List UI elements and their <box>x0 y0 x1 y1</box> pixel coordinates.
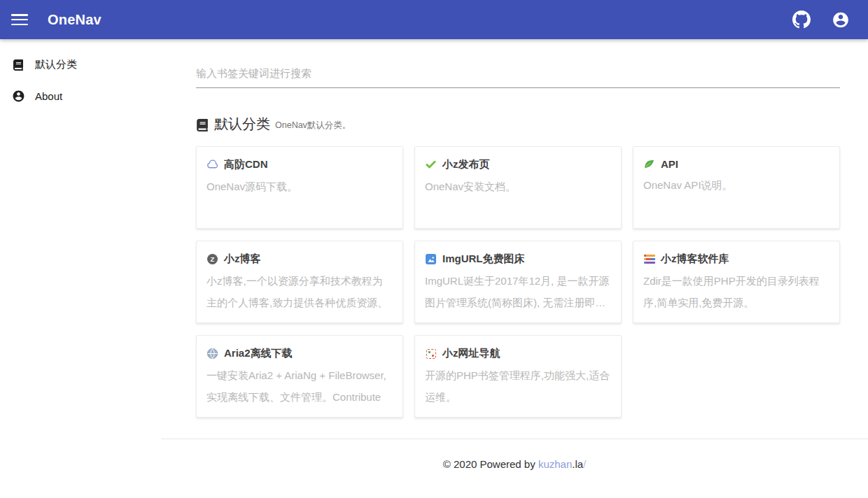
bookmark-card[interactable]: ImgURL免费图床 ImgURL诞生于2017年12月, 是一款开源图片管理系… <box>414 241 622 323</box>
card-description: 开源的PHP书签管理程序,功能强大,适合运维。 <box>425 364 611 408</box>
footer-trail: / <box>583 458 586 470</box>
card-description: OneNav安装文档。 <box>425 176 611 197</box>
footer: © 2020 Powered by kuzhan.la/ <box>161 439 868 498</box>
search-input[interactable] <box>196 64 840 88</box>
copyright-text: © 2020 Powered by <box>443 458 538 470</box>
card-title: ImgURL免费图床 <box>442 252 525 266</box>
globe-icon <box>206 348 218 360</box>
menu-icon[interactable] <box>11 14 28 25</box>
footer-link[interactable]: kuzhan <box>538 458 572 470</box>
card-title: 小z博客软件库 <box>661 252 729 266</box>
sidebar-item-about[interactable]: About <box>0 80 161 112</box>
card-title: 小z发布页 <box>442 158 490 171</box>
category-title: 默认分类 <box>214 115 270 134</box>
footer-domain: .la <box>572 458 583 470</box>
z-circle-icon: Z <box>206 253 218 265</box>
bookmark-card[interactable]: 小z发布页 OneNav安装文档。 <box>414 146 622 229</box>
navbar-actions <box>792 10 857 29</box>
bookmark-grid: 高防CDN OneNav源码下载。 小z发布页 OneNav安装文档。 API … <box>196 146 840 418</box>
card-description: OneNav源码下载。 <box>206 176 393 197</box>
bookmark-card[interactable]: Z 小z博客 小z博客,一个以资源分享和技术教程为主的个人博客,致力提供各种优质… <box>196 241 403 323</box>
app-title: OneNav <box>48 12 102 28</box>
account-icon[interactable] <box>832 10 850 29</box>
card-title: 高防CDN <box>224 158 268 171</box>
account-circle-icon <box>11 90 25 103</box>
bookmark-card[interactable]: Aria2离线下载 一键安装Aria2 + AriaNg + FileBrows… <box>196 335 403 418</box>
bookmark-card[interactable]: 高防CDN OneNav源码下载。 <box>196 146 403 229</box>
card-title: 小z网址导航 <box>442 347 500 360</box>
broken-image-icon <box>425 348 437 360</box>
image-icon <box>425 253 437 265</box>
github-icon[interactable] <box>792 10 811 29</box>
card-description: OneNav API说明。 <box>643 174 830 196</box>
card-description: 小z博客,一个以资源分享和技术教程为主的个人博客,致力提供各种优质资源、原… <box>206 270 393 313</box>
book-icon <box>196 119 209 131</box>
card-description: ImgURL诞生于2017年12月, 是一款开源图片管理系统(简称图床), 无需… <box>425 270 611 313</box>
card-description: 一键安装Aria2 + AriaNg + FileBrowser,实现离线下载、… <box>206 364 393 408</box>
card-title: API <box>661 158 678 170</box>
sidebar-item-label: 默认分类 <box>35 58 77 71</box>
card-description: Zdir是一款使用PHP开发的目录列表程序,简单实用,免费开源。 <box>643 270 830 313</box>
check-icon <box>425 159 437 171</box>
sidebar-item-label: About <box>35 90 62 102</box>
main-content: 默认分类 OneNav默认分类。 高防CDN OneNav源码下载。 小z发布页… <box>161 39 868 418</box>
card-title: 小z博客 <box>224 252 261 266</box>
bookmark-card[interactable]: 小z网址导航 开源的PHP书签管理程序,功能强大,适合运维。 <box>414 335 622 418</box>
sidebar: 默认分类 About <box>0 39 161 112</box>
cloud-icon <box>206 159 218 171</box>
bird-icon <box>643 158 655 170</box>
list-icon <box>643 253 655 265</box>
sidebar-item-default-category[interactable]: 默认分类 <box>0 49 161 80</box>
bookmark-card[interactable]: API OneNav API说明。 <box>633 146 840 229</box>
category-header: 默认分类 OneNav默认分类。 <box>196 115 840 134</box>
book-icon <box>11 59 25 71</box>
category-subtitle: OneNav默认分类。 <box>275 120 351 131</box>
top-navbar: OneNav <box>0 0 868 39</box>
card-title: Aria2离线下载 <box>224 347 293 360</box>
bookmark-card[interactable]: 小z博客软件库 Zdir是一款使用PHP开发的目录列表程序,简单实用,免费开源。 <box>633 241 840 323</box>
